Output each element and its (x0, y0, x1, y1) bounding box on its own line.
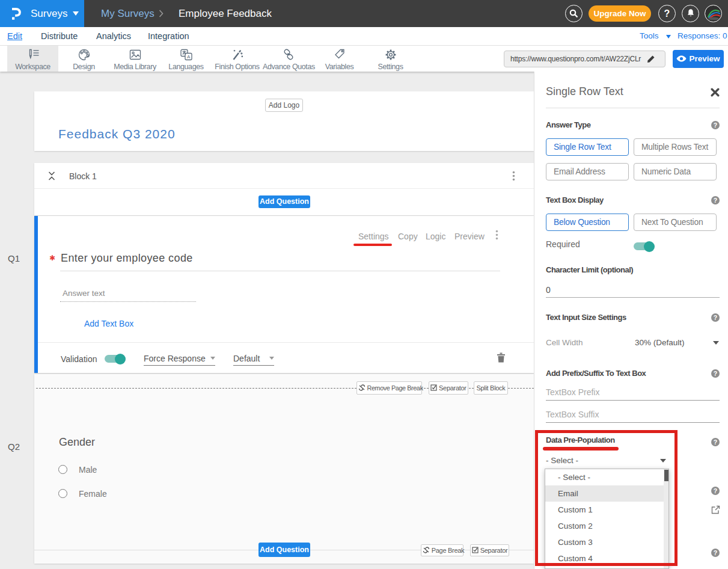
svg-text:A: A (187, 54, 191, 60)
